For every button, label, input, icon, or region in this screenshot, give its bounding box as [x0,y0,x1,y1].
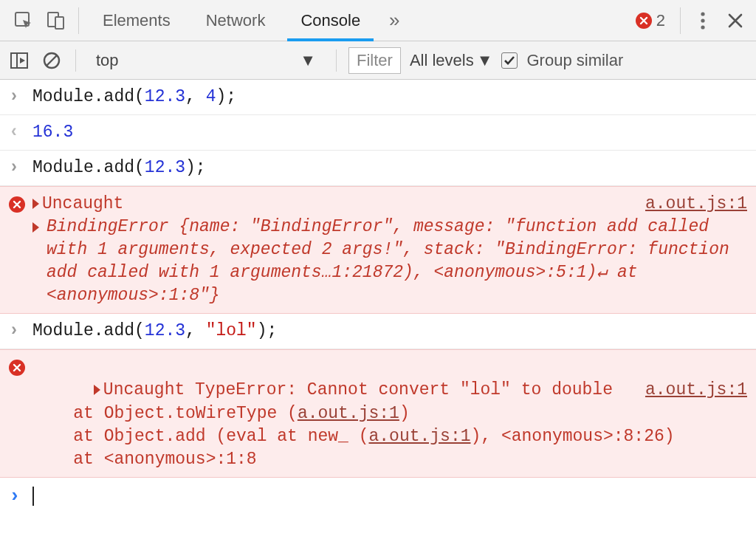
source-link[interactable]: a.out.js:1 [298,404,399,423]
separator [75,49,76,72]
expand-triangle-icon[interactable] [32,222,39,233]
kebab-menu-icon[interactable] [687,0,719,41]
input-prompt-icon: › [9,86,32,109]
console-error-row[interactable]: a.out.js:1Uncaught TypeError: Cannot con… [0,349,756,477]
levels-label: All levels [410,51,474,70]
input-prompt-icon: › [9,157,32,179]
error-icon [636,13,652,29]
error-icon [9,196,25,213]
svg-rect-2 [55,17,63,29]
input-prompt-icon: › [9,320,32,343]
expand-triangle-icon[interactable] [94,385,100,395]
close-icon[interactable] [719,0,752,41]
input-prompt-icon: › [9,485,32,507]
device-toolbar-icon[interactable] [40,0,72,41]
error-icon [9,360,25,376]
tab-elements[interactable]: Elements [85,0,188,41]
separator [680,7,681,34]
group-similar-checkbox[interactable] [501,52,518,69]
source-link[interactable]: a.out.js:1 [368,427,470,446]
console-input-row[interactable]: › Module.add(12.3); [0,151,756,186]
console-prompt[interactable]: › [0,478,756,507]
expand-triangle-icon[interactable] [32,199,39,209]
console-error-row[interactable]: a.out.js:1 Uncaught BindingError {name: … [0,186,756,314]
output-arrow-icon: ‹ [9,121,32,144]
svg-point-4 [701,18,704,22]
console-output-row[interactable]: ‹ 16.3 [0,115,756,151]
separator [78,7,79,34]
text-cursor [32,487,34,506]
execution-context-select[interactable]: top ▼ [88,49,324,72]
source-link[interactable]: a.out.js:1 [645,193,747,216]
more-tabs-chevron-icon[interactable]: » [378,0,410,41]
inspect-element-icon[interactable] [7,0,40,41]
console-input-row[interactable]: › Module.add(12.3, "lol"); [0,314,756,349]
log-level-select[interactable]: All levels ▼ [410,51,493,70]
svg-point-3 [701,12,704,16]
source-link[interactable]: a.out.js:1 [645,379,747,402]
console-input-row[interactable]: › Module.add(12.3, 4); [0,80,756,115]
svg-line-10 [47,55,57,66]
chevron-down-icon: ▼ [300,51,316,70]
console-toolbar: top ▼ Filter All levels ▼ Group similar [0,41,756,80]
group-similar-label: Group similar [526,51,623,70]
error-object: BindingError {name: "BindingError", mess… [47,216,747,307]
svg-point-5 [701,25,704,29]
error-count: 2 [656,11,665,30]
error-count-badge[interactable]: 2 [636,11,674,30]
tab-console[interactable]: Console [283,0,378,41]
svg-marker-8 [20,58,25,63]
show-console-sidebar-icon[interactable] [7,49,31,72]
chevron-down-icon: ▼ [477,51,493,70]
filter-input[interactable]: Filter [348,47,401,74]
context-label: top [96,51,119,70]
devtools-tabbar: Elements Network Console » 2 [0,0,756,41]
clear-console-icon[interactable] [40,49,63,72]
separator [336,49,337,72]
tab-network[interactable]: Network [188,0,284,41]
console-log: › Module.add(12.3, 4); ‹ 16.3 › Module.a… [0,80,756,478]
